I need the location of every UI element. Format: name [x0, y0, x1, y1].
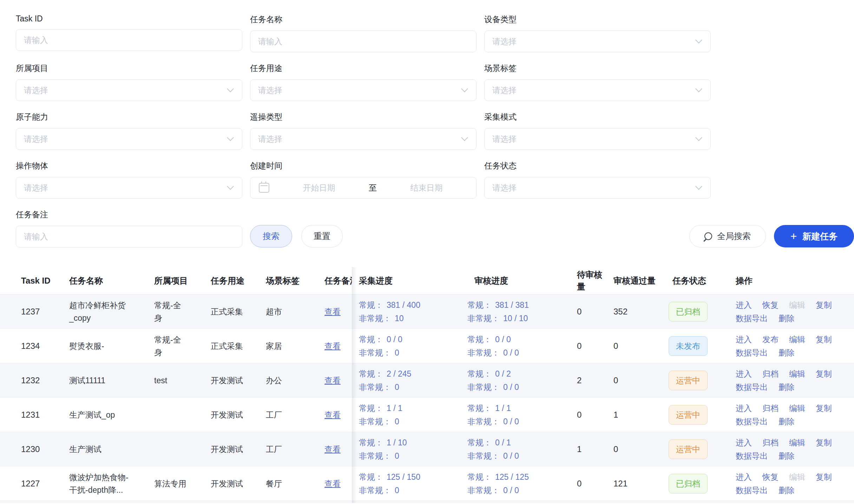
cell-purpose: 开发测试: [211, 443, 266, 456]
col-pending-count: 待审核量: [567, 269, 604, 293]
table-row: 1232 测试11111 test 开发测试 办公 查看 常规：2 / 245 …: [0, 363, 854, 398]
task-remark-input[interactable]: [16, 226, 242, 247]
table-row: 1227 微波炉加热食物-干扰-depth降... 算法专用 开发测试 餐厅 查…: [0, 466, 854, 501]
task-id-input[interactable]: [16, 29, 242, 51]
cell-pending-count: 0: [567, 340, 604, 352]
op-enter-link[interactable]: 进入: [736, 436, 752, 449]
view-remark-link[interactable]: 查看: [324, 410, 341, 419]
op-copy-link[interactable]: 复制: [816, 367, 832, 380]
cell-project: test: [154, 374, 167, 387]
cell-scene: 办公: [266, 374, 324, 387]
op-restore-link[interactable]: 恢复: [762, 470, 779, 484]
op-export-link[interactable]: 数据导出: [736, 346, 768, 359]
op-export-link[interactable]: 数据导出: [736, 484, 768, 497]
op-export-link[interactable]: 数据导出: [736, 380, 768, 394]
cell-passed-count: 121: [604, 477, 667, 490]
cell-pending-count: 2: [567, 374, 604, 387]
filter-label-device-type: 设备类型: [484, 14, 711, 25]
purpose-select[interactable]: 请选择: [250, 79, 477, 101]
view-remark-link[interactable]: 查看: [324, 479, 341, 488]
op-copy-link[interactable]: 复制: [816, 436, 832, 449]
cell-purpose: 开发测试: [211, 374, 266, 387]
cell-purpose: 开发测试: [211, 477, 266, 490]
op-delete-link[interactable]: 删除: [779, 449, 795, 463]
op-copy-link[interactable]: 复制: [816, 470, 832, 484]
op-copy-link[interactable]: 复制: [816, 333, 832, 346]
op-edit-link[interactable]: 编辑: [789, 436, 805, 449]
col-scene: 场景标签: [266, 275, 324, 286]
cell-pending-count: 0: [567, 477, 604, 490]
task-table: Task ID 任务名称 所属项目 任务用途 场景标签 任务备注 采集进度 审核…: [0, 267, 854, 503]
cell-task-name: 测试11111: [69, 374, 105, 387]
view-remark-link[interactable]: 查看: [324, 307, 341, 316]
operate-object-select[interactable]: 请选择: [16, 177, 242, 199]
op-enter-link[interactable]: 进入: [736, 298, 752, 312]
cell-scene: 餐厅: [266, 477, 324, 490]
task-status-select[interactable]: 请选择: [484, 177, 711, 199]
chevron-down-icon: [461, 134, 468, 141]
cell-operations: 进入 恢复 编辑 复制 数据导出 删除: [730, 298, 854, 325]
col-collect-progress: 采集进度: [352, 275, 467, 286]
op-archive-link[interactable]: 归档: [762, 436, 779, 449]
op-export-link[interactable]: 数据导出: [736, 449, 768, 463]
op-publish-link[interactable]: 发布: [762, 333, 779, 346]
reset-button[interactable]: 重置: [301, 225, 343, 247]
op-copy-link[interactable]: 复制: [816, 298, 832, 312]
filter-label-project: 所属项目: [16, 63, 242, 74]
op-delete-link[interactable]: 删除: [779, 415, 795, 428]
cell-review-progress: 常规：1 / 1 非常规：0 / 0: [467, 402, 567, 428]
view-remark-link[interactable]: 查看: [324, 445, 341, 454]
op-delete-link[interactable]: 删除: [779, 484, 795, 497]
cell-pending-count: 0: [567, 305, 604, 318]
filter-panel: Task ID 任务名称 设备类型 请选择 所属项目 请选择 任务用途 请选择 …: [0, 0, 854, 247]
view-remark-link[interactable]: 查看: [324, 341, 341, 351]
filter-label-atomic-ability: 原子能力: [16, 112, 242, 122]
chevron-down-icon: [227, 134, 234, 141]
cell-review-progress: 常规：125 / 125 非常规：0 / 0: [467, 470, 567, 497]
atomic-ability-select[interactable]: 请选择: [16, 128, 242, 150]
create-time-range-picker[interactable]: 开始日期 至 结束日期: [250, 177, 477, 199]
chevron-down-icon: [695, 183, 702, 190]
cell-collect-progress: 常规：125 / 150 非常规：0: [352, 470, 467, 497]
task-name-input[interactable]: [250, 31, 476, 52]
op-archive-link[interactable]: 归档: [762, 367, 779, 380]
global-search-button[interactable]: 全局搜索: [689, 225, 766, 247]
cell-task-id: 1230: [21, 443, 69, 456]
table-row: 1230 生产测试 开发测试 工厂 查看 常规：1 / 10 非常规：0 常规：…: [0, 432, 854, 466]
op-archive-link[interactable]: 归档: [762, 402, 779, 415]
op-export-link[interactable]: 数据导出: [736, 312, 768, 325]
col-task-status: 任务状态: [667, 275, 730, 286]
op-edit-link[interactable]: 编辑: [789, 333, 805, 346]
table-row: 1237 超市冷鲜柜补货_copy 常规-全身 正式采集 超市 查看 常规：38…: [0, 294, 854, 329]
cell-task-id: 1227: [21, 477, 69, 490]
cell-scene: 超市: [266, 305, 324, 318]
status-badge: 运营中: [669, 405, 708, 425]
scene-tag-select[interactable]: 请选择: [484, 79, 711, 101]
device-type-select[interactable]: 请选择: [484, 31, 711, 52]
search-button[interactable]: 搜索: [250, 225, 292, 247]
op-enter-link[interactable]: 进入: [736, 470, 752, 484]
op-enter-link[interactable]: 进入: [736, 367, 752, 380]
op-export-link[interactable]: 数据导出: [736, 415, 768, 428]
view-remark-link[interactable]: 查看: [324, 376, 341, 385]
collect-mode-select[interactable]: 请选择: [484, 128, 711, 150]
op-delete-link[interactable]: 删除: [779, 312, 795, 325]
op-delete-link[interactable]: 删除: [779, 380, 795, 394]
cell-task-name: 生产测试_op: [69, 409, 115, 421]
op-enter-link[interactable]: 进入: [736, 402, 752, 415]
op-edit-link[interactable]: 编辑: [789, 470, 805, 484]
op-edit-link[interactable]: 编辑: [789, 367, 805, 380]
create-task-button[interactable]: + 新建任务: [774, 225, 854, 247]
project-select[interactable]: 请选择: [16, 79, 242, 101]
op-restore-link[interactable]: 恢复: [762, 298, 779, 312]
op-edit-link[interactable]: 编辑: [789, 402, 805, 415]
op-edit-link[interactable]: 编辑: [789, 298, 805, 312]
op-copy-link[interactable]: 复制: [816, 402, 832, 415]
teleop-type-select[interactable]: 请选择: [250, 128, 477, 150]
date-range-separator: 至: [369, 183, 377, 193]
start-date-placeholder[interactable]: 开始日期: [269, 183, 369, 193]
end-date-placeholder[interactable]: 结束日期: [377, 183, 476, 193]
op-delete-link[interactable]: 删除: [779, 346, 795, 359]
op-enter-link[interactable]: 进入: [736, 333, 752, 346]
cell-collect-progress: 常规：2 / 245 非常规：0: [352, 367, 467, 394]
